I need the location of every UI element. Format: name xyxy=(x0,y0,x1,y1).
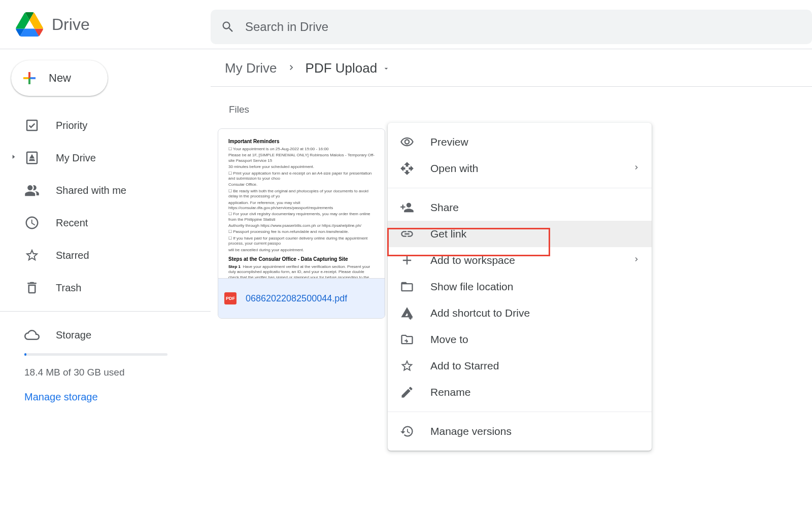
sidebar-item-storage[interactable]: Storage xyxy=(24,319,180,351)
section-files-label: Files xyxy=(229,104,812,115)
menu-share[interactable]: Share xyxy=(388,194,652,221)
divider xyxy=(388,412,652,412)
search-input[interactable] xyxy=(245,20,802,34)
manage-storage-link[interactable]: Manage storage xyxy=(24,391,180,403)
storage-label: Storage xyxy=(56,329,91,341)
menu-label: Add shortcut to Drive xyxy=(430,307,530,319)
menu-rename[interactable]: Rename xyxy=(388,379,652,405)
sidebar-item-priority[interactable]: Priority xyxy=(0,109,198,142)
sidebar-label: Priority xyxy=(56,120,87,131)
plus-icon xyxy=(400,253,414,267)
priority-icon xyxy=(24,118,40,133)
breadcrumb-root[interactable]: My Drive xyxy=(225,60,277,76)
divider xyxy=(388,188,652,188)
sidebar-label: My Drive xyxy=(56,152,96,164)
new-button[interactable]: New xyxy=(11,60,108,96)
new-button-label: New xyxy=(49,72,71,85)
file-name: 06862022082500044.pdf xyxy=(246,293,347,304)
menu-label: Preview xyxy=(430,136,468,148)
chevron-right-icon xyxy=(286,60,296,76)
sidebar-item-mydrive[interactable]: My Drive xyxy=(0,142,198,174)
divider xyxy=(0,311,211,312)
drive-logo-icon xyxy=(15,12,44,37)
star-icon xyxy=(400,359,414,373)
eye-icon xyxy=(400,135,414,149)
breadcrumb-current-label: PDF Upload xyxy=(306,60,378,76)
menu-manageversions[interactable]: Manage versions xyxy=(388,418,652,445)
menu-addshortcut[interactable]: Add shortcut to Drive xyxy=(388,300,652,326)
file-card-footer: PDF 06862022082500044.pdf xyxy=(218,279,385,318)
chevron-right-icon xyxy=(632,163,640,174)
folder-move-icon xyxy=(400,332,414,347)
folder-icon xyxy=(400,280,414,294)
chevron-down-icon xyxy=(382,60,390,76)
menu-addworkspace[interactable]: Add to workspace xyxy=(388,247,652,274)
trash-icon xyxy=(24,280,40,295)
menu-showlocation[interactable]: Show file location xyxy=(388,274,652,300)
drive-shortcut-icon xyxy=(400,306,414,320)
storage-bar xyxy=(24,353,167,356)
menu-label: Show file location xyxy=(430,281,513,293)
storage-usage: 18.4 MB of 30 GB used xyxy=(24,367,180,378)
sidebar-item-shared[interactable]: Shared with me xyxy=(0,174,198,207)
expand-caret-icon[interactable] xyxy=(10,153,17,162)
app-name: Drive xyxy=(52,15,90,34)
drive-icon xyxy=(24,150,40,165)
sidebar-label: Starred xyxy=(56,250,89,261)
menu-label: Rename xyxy=(430,386,470,398)
sidebar-item-trash[interactable]: Trash xyxy=(0,271,198,304)
sidebar-item-starred[interactable]: Starred xyxy=(0,239,198,271)
file-thumbnail: Important Reminders ☐ Your appointment i… xyxy=(218,129,385,279)
person-add-icon xyxy=(400,200,414,215)
menu-moveto[interactable]: Move to xyxy=(388,326,652,353)
star-icon xyxy=(24,248,40,263)
logo-area[interactable]: Drive xyxy=(0,12,211,37)
menu-label: Move to xyxy=(430,333,468,346)
sidebar-item-recent[interactable]: Recent xyxy=(0,207,198,239)
menu-label: Add to Starred xyxy=(430,360,499,372)
menu-label: Get link xyxy=(430,228,466,240)
history-icon xyxy=(400,424,414,438)
context-menu: Preview Open with Share Get link Add to … xyxy=(388,123,652,451)
shared-icon xyxy=(24,183,40,198)
pdf-icon: PDF xyxy=(224,292,236,304)
menu-addstarred[interactable]: Add to Starred xyxy=(388,353,652,379)
menu-openwith[interactable]: Open with xyxy=(388,155,652,182)
plus-icon xyxy=(20,69,39,87)
menu-label: Share xyxy=(430,201,459,214)
menu-label: Add to workspace xyxy=(430,254,515,266)
search-bar[interactable] xyxy=(211,10,812,44)
topbar: Drive xyxy=(0,0,812,49)
breadcrumb-current[interactable]: PDF Upload xyxy=(306,60,391,76)
sidebar-label: Shared with me xyxy=(56,185,126,196)
link-icon xyxy=(400,227,414,241)
sidebar-label: Trash xyxy=(56,282,81,294)
search-icon xyxy=(221,20,235,34)
menu-label: Open with xyxy=(430,162,479,175)
file-card[interactable]: Important Reminders ☐ Your appointment i… xyxy=(218,128,385,319)
breadcrumb: My Drive PDF Upload xyxy=(211,60,812,87)
recent-icon xyxy=(24,215,40,230)
sidebar: New Priority My Drive Shared with me xyxy=(0,49,211,510)
cloud-icon xyxy=(24,327,40,343)
menu-label: Manage versions xyxy=(430,425,512,437)
open-with-icon xyxy=(400,161,414,176)
menu-preview[interactable]: Preview xyxy=(388,129,652,155)
edit-icon xyxy=(400,385,414,399)
chevron-right-icon xyxy=(632,255,640,265)
sidebar-label: Recent xyxy=(56,217,88,229)
menu-getlink[interactable]: Get link xyxy=(388,221,652,247)
